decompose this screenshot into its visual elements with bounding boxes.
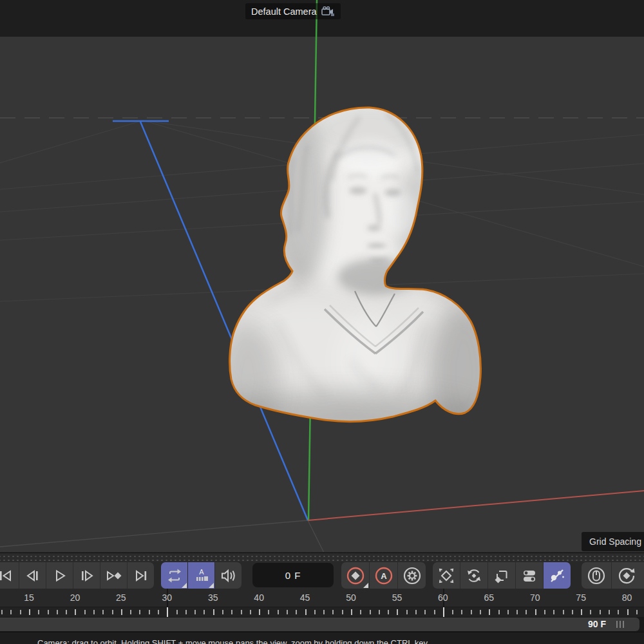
rotate-camera-button[interactable] — [611, 562, 641, 589]
camera-label: Default Camera — [251, 6, 317, 17]
ruler-frame-label: 55 — [384, 589, 410, 607]
frame-tick — [296, 610, 297, 614]
frame-tick — [526, 610, 527, 614]
ruler-frame-label: 65 — [476, 589, 502, 607]
frame-tick — [149, 610, 150, 614]
frame-tick — [388, 610, 389, 614]
timeline-panel: A 0 F — [0, 552, 644, 632]
mouse-input-button[interactable] — [582, 562, 611, 589]
ruler-frame-label: 75 — [568, 589, 594, 607]
sound-button[interactable] — [214, 562, 242, 589]
range-slider-grip[interactable] — [616, 621, 625, 628]
ruler-frame-label: 45 — [292, 589, 318, 607]
frame-tick — [406, 610, 408, 614]
ruler-frame-label: 40 — [246, 589, 272, 607]
viewport-3d[interactable]: Default Camera Grid Spacing — [0, 0, 644, 552]
status-hint: Camera: drag to orbit. Holding SHIFT + m… — [37, 638, 430, 644]
rotation-key-button[interactable] — [460, 562, 488, 589]
frame-tick — [112, 610, 113, 614]
frame-tick — [590, 610, 591, 614]
frame-tick — [544, 610, 545, 614]
frame-tick — [572, 610, 573, 614]
frame-tick — [176, 610, 178, 614]
go-to-end-button[interactable] — [127, 562, 154, 589]
play-to-next-key-button[interactable] — [100, 562, 127, 589]
frame-tick — [194, 610, 196, 614]
negative-axis-lines — [0, 520, 325, 552]
frame-tick — [471, 610, 472, 614]
keytype-group — [433, 562, 571, 589]
transport-group — [0, 562, 154, 589]
keyframe-record-group: A — [341, 562, 426, 589]
frame-tick — [434, 610, 435, 614]
major-frame-tick — [167, 607, 168, 617]
frame-tick — [452, 610, 453, 614]
frame-tick — [222, 610, 223, 614]
frame-tick — [424, 610, 426, 614]
play-mode-button[interactable]: A — [187, 562, 214, 589]
frame-tick — [636, 610, 638, 614]
go-to-start-button[interactable] — [0, 562, 19, 589]
frame-tick — [1, 610, 3, 614]
timeline-ticks[interactable] — [0, 607, 644, 618]
frame-tick — [158, 610, 159, 614]
frame-tick — [609, 610, 610, 614]
frame-tick — [102, 610, 104, 614]
frame-tick — [10, 610, 12, 614]
frame-tick — [287, 610, 288, 614]
x-axis — [308, 491, 644, 520]
frame-tick — [498, 610, 500, 614]
frame-tick — [480, 610, 481, 614]
timeline-range-slider[interactable]: 90 F — [0, 618, 639, 631]
end-frame-value: 90 F — [588, 618, 606, 631]
frame-tick — [139, 610, 140, 614]
frame-tick — [553, 610, 554, 614]
frame-tick — [370, 610, 371, 614]
parameter-key-button[interactable] — [515, 562, 543, 589]
frame-tick — [535, 609, 536, 615]
frame-tick — [360, 610, 361, 614]
record-keyframe-button[interactable] — [341, 562, 369, 589]
ruler-frame-label: 20 — [62, 589, 88, 607]
ruler-frame-label: 70 — [522, 589, 548, 607]
cinema4d-window: Default Camera Grid Spacing — [0, 0, 644, 644]
timeline-range-row: 90 F — [0, 617, 644, 632]
frame-tick — [516, 610, 518, 614]
current-frame-field[interactable]: 0 F — [252, 563, 334, 587]
frame-tick — [600, 610, 601, 614]
frame-tick — [213, 609, 214, 615]
frame-tick — [415, 610, 417, 614]
frame-tick — [38, 610, 39, 614]
frame-tick — [563, 610, 564, 614]
frame-tick — [627, 609, 629, 615]
status-bar: Camera: drag to orbit. Holding SHIFT + m… — [0, 632, 644, 644]
step-back-button[interactable] — [19, 562, 46, 589]
frame-tick — [259, 609, 260, 615]
play-button[interactable] — [46, 562, 73, 589]
point-level-animation-button[interactable] — [543, 562, 571, 589]
position-key-button[interactable] — [433, 562, 460, 589]
frame-tick — [185, 610, 187, 614]
timeline-drag-handle[interactable] — [0, 553, 644, 562]
bust-model[interactable] — [213, 87, 499, 444]
frame-tick — [130, 610, 131, 614]
frame-tick — [66, 610, 67, 614]
frame-tick — [314, 610, 316, 614]
frame-tick — [581, 609, 582, 615]
step-forward-button[interactable] — [73, 562, 100, 589]
frame-tick — [461, 610, 462, 614]
frame-tick — [84, 610, 86, 614]
loop-playback-button[interactable] — [161, 562, 187, 589]
timeline-ruler[interactable]: 1520253035404550556065707580 — [0, 589, 644, 607]
ruler-frame-label: 50 — [338, 589, 364, 607]
ruler-frame-label: 15 — [16, 589, 42, 607]
frame-tick — [507, 610, 509, 614]
frame-tick — [121, 609, 122, 615]
camera-label-chip[interactable]: Default Camera — [245, 3, 341, 19]
frame-tick — [489, 609, 490, 615]
keying-settings-button[interactable] — [397, 562, 426, 589]
scale-key-button[interactable] — [488, 562, 515, 589]
autokey-button[interactable]: A — [369, 562, 397, 589]
frame-tick — [29, 609, 30, 615]
ruler-frame-label: 60 — [430, 589, 456, 607]
